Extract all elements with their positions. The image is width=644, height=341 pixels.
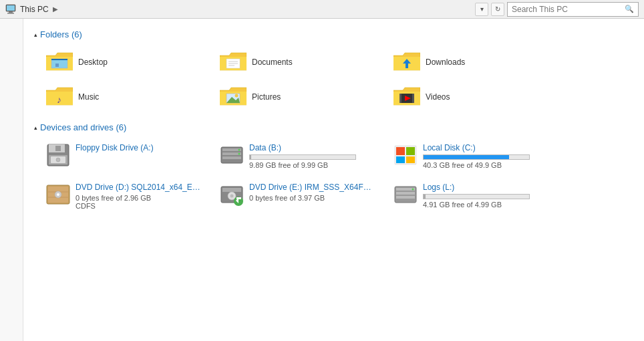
device-data-b-bar-bg bbox=[249, 154, 356, 160]
svg-rect-1 bbox=[7, 5, 15, 11]
device-dvd-e-name: DVD Drive (E:) IRM_SSS_X64FRE_EN-US_DV5 bbox=[249, 183, 376, 192]
hard-drive-b-icon bbox=[220, 143, 244, 167]
search-icon: 🔍 bbox=[625, 5, 634, 13]
folder-downloads-icon bbox=[393, 50, 420, 74]
search-box[interactable]: 🔍 bbox=[507, 2, 639, 17]
device-data-b-free: 9.89 GB free of 9.99 GB bbox=[249, 161, 376, 169]
svg-point-25 bbox=[235, 94, 238, 98]
sidebar bbox=[0, 19, 23, 341]
dvd-drive-e-icon bbox=[220, 183, 244, 207]
folder-downloads-label: Downloads bbox=[426, 58, 465, 67]
device-local-c-free: 40.3 GB free of 49.9 GB bbox=[423, 161, 550, 169]
svg-rect-41 bbox=[222, 156, 241, 159]
folders-grid: Desktop Documents bbox=[41, 46, 633, 113]
svg-rect-56 bbox=[222, 188, 241, 192]
content-area: ▴ Folders (6) Desktop bbox=[0, 19, 644, 341]
folders-section-header: ▴ Folders (6) bbox=[34, 29, 633, 39]
device-dvd-e-info: DVD Drive (E:) IRM_SSS_X64FRE_EN-US_DV5 … bbox=[249, 183, 376, 202]
folder-documents-label: Documents bbox=[252, 58, 293, 67]
folder-desktop[interactable]: Desktop bbox=[41, 46, 208, 78]
svg-rect-64 bbox=[396, 192, 415, 195]
title-text: This PC bbox=[20, 5, 49, 14]
refresh-icon: ↻ bbox=[495, 5, 500, 13]
dvd-drive-d-icon bbox=[46, 183, 70, 207]
devices-triangle-icon[interactable]: ▴ bbox=[34, 124, 37, 131]
chevron-down-icon: ▾ bbox=[480, 5, 484, 13]
svg-marker-61 bbox=[236, 197, 241, 199]
svg-text:♪: ♪ bbox=[57, 94, 61, 105]
folder-music[interactable]: ♪ Music bbox=[41, 81, 208, 113]
folder-documents-icon bbox=[220, 50, 247, 74]
svg-rect-30 bbox=[399, 94, 401, 103]
device-local-c[interactable]: Local Disk (C:) 40.3 GB free of 49.9 GB bbox=[388, 139, 555, 173]
folder-videos-label: Videos bbox=[426, 92, 450, 102]
device-dvd-d-info: DVD Drive (D:) SQL2014_x64_ENU 0 bytes f… bbox=[75, 183, 202, 210]
search-input[interactable] bbox=[512, 5, 625, 14]
device-local-c-bar-fill bbox=[424, 155, 509, 159]
folders-section-title: Folders (6) bbox=[40, 29, 82, 39]
folder-documents[interactable]: Documents bbox=[214, 46, 381, 78]
svg-rect-31 bbox=[412, 94, 414, 103]
svg-rect-2 bbox=[9, 11, 13, 13]
folders-triangle-icon[interactable]: ▴ bbox=[34, 31, 37, 38]
svg-rect-48 bbox=[406, 156, 415, 163]
folder-desktop-label: Desktop bbox=[78, 58, 108, 67]
device-dvd-d-fs: CDFS bbox=[75, 202, 202, 210]
svg-rect-46 bbox=[406, 147, 415, 155]
svg-point-54 bbox=[57, 193, 59, 196]
folder-videos-icon bbox=[393, 85, 420, 109]
dropdown-btn[interactable]: ▾ bbox=[475, 3, 488, 16]
folder-pictures-label: Pictures bbox=[252, 92, 281, 102]
device-data-b-bar-fill bbox=[250, 155, 251, 159]
svg-rect-8 bbox=[55, 64, 59, 67]
svg-point-58 bbox=[230, 195, 234, 198]
hard-drive-l-icon bbox=[393, 183, 418, 207]
device-dvd-d-name: DVD Drive (D:) SQL2014_x64_ENU bbox=[75, 183, 202, 192]
folder-desktop-icon bbox=[46, 50, 73, 74]
svg-point-66 bbox=[412, 189, 414, 191]
local-disk-c-icon bbox=[393, 143, 418, 167]
device-floppy-a-name: Floppy Disk Drive (A:) bbox=[75, 143, 202, 152]
device-logs-l[interactable]: Logs (L:) 4.91 GB free of 4.99 GB bbox=[388, 179, 555, 214]
svg-rect-45 bbox=[396, 147, 405, 155]
pc-icon bbox=[5, 4, 16, 15]
title-arrow: ▶ bbox=[53, 5, 58, 13]
device-floppy-a-info: Floppy Disk Drive (A:) bbox=[75, 143, 202, 154]
folder-music-label: Music bbox=[78, 92, 99, 102]
device-logs-l-info: Logs (L:) 4.91 GB free of 4.99 GB bbox=[423, 183, 550, 209]
address-bar: This PC ▶ bbox=[5, 4, 475, 15]
device-logs-l-bar-bg bbox=[423, 194, 530, 199]
refresh-btn[interactable]: ↻ bbox=[491, 3, 504, 16]
svg-rect-47 bbox=[396, 156, 405, 163]
device-dvd-d[interactable]: DVD Drive (D:) SQL2014_x64_ENU 0 bytes f… bbox=[41, 179, 208, 214]
svg-point-37 bbox=[56, 158, 60, 162]
title-bar: This PC ▶ ▾ ↻ 🔍 bbox=[0, 0, 644, 19]
device-data-b[interactable]: Data (B:) 9.89 GB free of 9.99 GB bbox=[214, 139, 381, 173]
device-logs-l-name: Logs (L:) bbox=[423, 183, 550, 192]
device-dvd-e-free: 0 bytes free of 3.97 GB bbox=[249, 194, 376, 202]
device-data-b-name: Data (B:) bbox=[249, 143, 376, 152]
title-bar-controls: ▾ ↻ 🔍 bbox=[475, 2, 639, 17]
folder-music-icon: ♪ bbox=[46, 85, 73, 109]
main-panel: ▴ Folders (6) Desktop bbox=[23, 19, 644, 341]
folder-videos[interactable]: Videos bbox=[388, 81, 555, 113]
svg-rect-65 bbox=[396, 196, 415, 199]
devices-grid: Floppy Disk Drive (A:) Data (B:) bbox=[41, 139, 633, 214]
folder-pictures-icon bbox=[220, 85, 247, 109]
svg-rect-6 bbox=[51, 59, 67, 68]
device-dvd-e[interactable]: DVD Drive (E:) IRM_SSS_X64FRE_EN-US_DV5 … bbox=[214, 179, 381, 214]
folder-downloads[interactable]: Downloads bbox=[388, 46, 555, 78]
device-local-c-info: Local Disk (C:) 40.3 GB free of 49.9 GB bbox=[423, 143, 550, 169]
svg-point-43 bbox=[238, 153, 240, 155]
svg-rect-7 bbox=[51, 59, 67, 60]
device-logs-l-bar-fill bbox=[424, 195, 426, 199]
device-data-b-info: Data (B:) 9.89 GB free of 9.99 GB bbox=[249, 143, 376, 169]
svg-rect-34 bbox=[55, 146, 61, 151]
devices-section-header: ▴ Devices and drives (6) bbox=[34, 122, 633, 132]
device-local-c-bar-bg bbox=[423, 154, 530, 160]
folder-pictures[interactable]: Pictures bbox=[214, 81, 381, 113]
svg-rect-3 bbox=[7, 13, 14, 14]
device-floppy-a[interactable]: Floppy Disk Drive (A:) bbox=[41, 139, 208, 173]
svg-point-42 bbox=[238, 149, 240, 151]
floppy-drive-icon bbox=[46, 143, 70, 167]
